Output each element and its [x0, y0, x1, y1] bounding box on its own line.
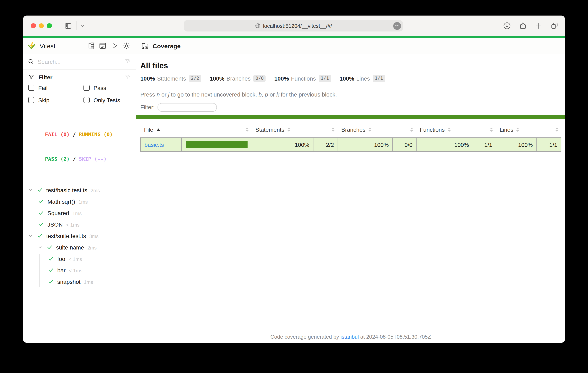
value-cell: 100%	[416, 137, 472, 152]
test-pass-check-icon	[48, 268, 54, 273]
stat-ratio-badge: 0/0	[253, 75, 266, 82]
sort-icon	[490, 128, 493, 132]
share-icon[interactable]	[519, 22, 527, 30]
column-header-file[interactable]: File	[140, 124, 181, 136]
sort-icon	[245, 128, 249, 132]
tree-item-math-sqrt-[interactable]: Math.sqrt()1ms	[23, 196, 136, 207]
column-header-lines[interactable]: Lines	[496, 124, 536, 136]
istanbul-link[interactable]: istanbul	[340, 333, 359, 340]
stat-ratio-badge: 1/1	[373, 75, 385, 82]
dashboard-icon[interactable]	[99, 42, 106, 50]
browser-toolbar: localhost:51204/__vitest__/#/	[23, 16, 565, 36]
checkbox[interactable]	[84, 97, 89, 103]
test-pass-check-icon	[39, 210, 44, 216]
tree-chevron-down-icon[interactable]	[28, 234, 33, 238]
coverage-header: Coverage	[136, 38, 565, 54]
theme-toggle-sun-icon[interactable]	[123, 42, 130, 50]
test-duration: < 1ms	[69, 256, 82, 262]
status-segment: /	[70, 131, 79, 137]
stat-lines: 100%Lines1/1	[340, 75, 385, 82]
hint-key: k	[276, 91, 279, 98]
minimize-window-button[interactable]	[39, 23, 44, 28]
close-window-button[interactable]	[31, 23, 36, 28]
test-tree-view-icon[interactable]	[87, 42, 94, 50]
tree-item-json[interactable]: JSON< 1ms	[23, 219, 136, 230]
filter-option-fail[interactable]: Fail	[28, 84, 84, 91]
clear-filter-icon[interactable]	[125, 74, 131, 80]
filter-option-pass[interactable]: Pass	[84, 84, 131, 91]
toolbar-separator	[76, 21, 76, 30]
column-sorter[interactable]	[536, 124, 561, 136]
run-all-icon[interactable]	[111, 42, 118, 50]
tree-item-suite-name[interactable]: suite name2ms	[23, 241, 136, 253]
hint-text: to go to the next uncovered block,	[169, 91, 259, 98]
tree-item-squared[interactable]: Squared1ms	[23, 207, 136, 219]
run-status-summary: FAIL (0) / RUNNING (0) PASS (2) / SKIP (…	[23, 109, 136, 182]
vitest-progress-bar	[23, 36, 565, 38]
test-duration: 2ms	[87, 245, 96, 250]
filter-section: Filter FailPassSkipOnly Tests	[23, 69, 136, 109]
test-pass-check-icon	[37, 233, 42, 238]
clear-search-filter-icon[interactable]	[125, 59, 131, 65]
tab-overview-icon[interactable]	[550, 22, 558, 30]
hint-text: or	[160, 91, 168, 98]
value-cell: 1/1	[536, 137, 561, 152]
test-pass-check-icon	[48, 256, 54, 261]
tree-item-test-suite-test-ts[interactable]: test/suite.test.ts3ms	[23, 230, 136, 241]
checkbox[interactable]	[28, 85, 34, 91]
sort-icon	[555, 128, 558, 132]
downloads-icon[interactable]	[503, 22, 511, 30]
tree-chevron-down-icon[interactable]	[28, 188, 33, 192]
page-settings-button[interactable]	[393, 22, 401, 30]
test-tree: test/basic.test.ts2msMath.sqrt()1msSquar…	[23, 184, 136, 342]
hint-text: for the previous block.	[279, 91, 337, 98]
column-sorter[interactable]	[472, 124, 496, 136]
column-header-functions[interactable]: Functions	[416, 124, 472, 136]
test-pass-check-icon	[37, 187, 42, 193]
stat-ratio-badge: 1/1	[319, 75, 331, 82]
checkbox[interactable]	[84, 85, 89, 91]
status-segment: /	[70, 156, 79, 162]
filter-option-only-tests[interactable]: Only Tests	[84, 97, 131, 103]
filter-option-skip[interactable]: Skip	[28, 97, 84, 103]
tree-item-bar[interactable]: bar< 1ms	[23, 264, 136, 276]
file-link[interactable]: basic.ts	[141, 141, 164, 148]
tree-item-test-basic-test-ts[interactable]: test/basic.test.ts2ms	[23, 184, 136, 196]
search-icon	[28, 59, 34, 65]
search-input[interactable]	[38, 58, 125, 65]
tree-chevron-down-icon[interactable]	[38, 245, 42, 249]
vitest-logo-icon	[27, 41, 36, 50]
test-name: Squared1ms	[47, 210, 82, 216]
new-tab-icon[interactable]	[535, 22, 543, 30]
test-duration: 1ms	[78, 199, 88, 205]
test-name: Math.sqrt()1ms	[47, 198, 88, 205]
column-header-branches[interactable]: Branches	[337, 124, 392, 136]
sort-icon	[287, 128, 291, 132]
coverage-table-header: FileStatementsBranchesFunctionsLines	[140, 124, 562, 136]
address-bar[interactable]: localhost:51204/__vitest__/#/	[184, 20, 403, 31]
table-row: basic.ts100%2/2100%0/0100%1/1100%1/1	[140, 137, 562, 152]
checkbox[interactable]	[28, 97, 34, 103]
stat-label: Functions	[291, 75, 316, 82]
column-sorter[interactable]	[181, 124, 252, 136]
sort-icon	[368, 128, 372, 132]
sidebar-toggle-icon[interactable]	[64, 22, 72, 30]
test-pass-check-icon	[39, 222, 44, 227]
test-pass-check-icon	[39, 199, 44, 204]
keyboard-hint: Press n or j to go to the next uncovered…	[140, 91, 565, 98]
column-sorter[interactable]	[392, 124, 416, 136]
value-cell: 1/1	[472, 137, 496, 152]
test-duration: < 1ms	[69, 268, 82, 273]
chevron-down-icon[interactable]	[80, 23, 85, 28]
coverage-filter-input[interactable]	[158, 103, 217, 112]
coverage-main: All files 100%Statements2/2100%Branches0…	[136, 54, 565, 342]
column-sorter[interactable]	[313, 124, 337, 136]
tree-item-foo[interactable]: foo< 1ms	[23, 253, 136, 264]
footer-timestamp: at 2024-08-05T08:51:30.705Z	[359, 333, 431, 340]
column-header-statements[interactable]: Statements	[252, 124, 313, 136]
test-name: foo< 1ms	[57, 255, 82, 262]
tree-item-snapshot[interactable]: snapshot1ms	[23, 276, 136, 287]
checkbox-label: Pass	[94, 84, 106, 91]
funnel-icon	[28, 74, 34, 80]
zoom-window-button[interactable]	[47, 23, 52, 28]
